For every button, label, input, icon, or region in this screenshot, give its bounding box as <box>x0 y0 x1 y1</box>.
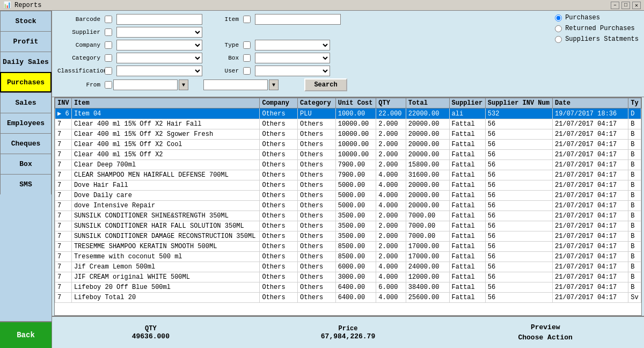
category-select[interactable] <box>116 53 202 63</box>
cell-date: 21/07/2017 04:17 <box>553 221 628 231</box>
sidebar-item-purchases[interactable]: Purchases <box>0 72 52 92</box>
table-row[interactable]: 7Clear 400 ml 15% Off X2 Hair FallOthers… <box>55 119 641 129</box>
back-button[interactable]: Back <box>0 321 52 348</box>
cell-qty: 2.000 <box>376 242 406 252</box>
cell-qty: 2.000 <box>376 140 406 150</box>
table-row[interactable]: 7SUNSILK CONDITIONER HAIR FALL SOLUTION … <box>55 221 641 231</box>
cell-total: 15800.00 <box>406 160 449 170</box>
cell-unitcost: 10000.00 <box>335 119 376 129</box>
table-row[interactable]: 7Lifeboy Total 20OthersOthers6400.004.00… <box>55 293 641 303</box>
table-row[interactable]: 7TRESEMME SHAMPOO KERATIN SMOOTH 500MLOt… <box>55 242 641 252</box>
barcode-checkbox[interactable] <box>105 16 112 23</box>
table-row[interactable]: 7SUNSILK CONDITIONER DAMAGE RECONSTRUCTI… <box>55 231 641 242</box>
barcode-input[interactable] <box>116 14 202 25</box>
cell-supinv: 56 <box>485 231 552 242</box>
cell-supinv: 56 <box>485 293 552 303</box>
footer-qty-section: QTY 49636.000 <box>52 325 250 340</box>
table-row[interactable]: 7Clear 400 ml 15% Off X2 Sgower FreshOth… <box>55 129 641 140</box>
cell-item: CLEAR SHAMPOO MEN HAIRFALL DEFENSE 700ML <box>71 170 260 180</box>
company-checkbox[interactable] <box>105 41 112 49</box>
table-row[interactable]: 7CLEAR SHAMPOO MEN HAIRFALL DEFENSE 700M… <box>55 170 641 180</box>
classification-select[interactable] <box>116 66 202 76</box>
cell-company: Others <box>260 221 298 231</box>
sidebar-item-stock[interactable]: Stock <box>0 11 52 31</box>
barcode-label: Barcode <box>57 16 100 23</box>
minimize-button[interactable]: – <box>611 2 619 9</box>
cell-unitcost: 3500.00 <box>335 231 376 242</box>
supplier-select[interactable] <box>116 27 202 38</box>
cell-total: 24000.00 <box>406 262 449 272</box>
sidebar-item-employees[interactable]: Employees <box>0 113 52 133</box>
to-date-cal-button[interactable]: ▼ <box>269 79 279 90</box>
cell-supplier: Fattal <box>449 282 485 293</box>
table-row[interactable]: 7Tresemme with coconut 500 mlOthersOther… <box>55 252 641 262</box>
table-row[interactable]: ▶ 6Item 04OthersPLU1000.0022.00022000.00… <box>55 108 641 119</box>
from-date-checkbox[interactable] <box>105 81 112 89</box>
category-checkbox[interactable] <box>105 54 112 62</box>
sidebar-item-cheques[interactable]: Cheques <box>0 133 52 154</box>
sidebar-item-sales[interactable]: Sales <box>0 92 52 113</box>
cell-inv: 7 <box>55 119 72 129</box>
cell-supplier: Fattal <box>449 252 485 262</box>
from-date-cal-button[interactable]: ▼ <box>179 79 188 90</box>
user-checkbox[interactable] <box>243 67 251 75</box>
cell-date: 21/07/2017 04:17 <box>553 231 628 242</box>
from-date-input[interactable]: 2017-09-23 <box>113 79 178 90</box>
choose-action-button[interactable]: Choose Action <box>518 334 572 342</box>
radio-purchases-label: Purchases <box>565 14 600 21</box>
to-date-input[interactable]: 2017-09-24 <box>203 79 268 90</box>
cell-unitcost: 6400.00 <box>335 293 376 303</box>
cell-supinv: 56 <box>485 221 552 231</box>
cell-item: Item 04 <box>71 108 260 119</box>
cell-inv: 7 <box>55 201 72 211</box>
radio-purchases-input[interactable] <box>555 15 562 21</box>
table-row[interactable]: 7Dove Hair FallOthersOthers5000.004.0002… <box>55 180 641 191</box>
cell-category: Others <box>298 211 336 221</box>
table-row[interactable]: 7Dove Daily careOthersOthers5000.004.000… <box>55 191 641 201</box>
table-row[interactable]: 7Clear Deep 700mlOthersOthers7900.002.00… <box>55 160 641 170</box>
table-body: ▶ 6Item 04OthersPLU1000.0022.00022000.00… <box>55 108 641 303</box>
table-row[interactable]: 7JIF CREAM original WHITE 500MLOthersOth… <box>55 272 641 282</box>
classification-checkbox[interactable] <box>105 67 112 75</box>
table-row[interactable]: 7Lifeboy 20 Off Blue 500mlOthersOthers64… <box>55 282 641 293</box>
table-row[interactable]: 7Jif Cream Lemon 500mlOthersOthers6000.0… <box>55 262 641 272</box>
cell-company: Others <box>260 242 298 252</box>
box-checkbox[interactable] <box>243 54 251 62</box>
item-checkbox[interactable] <box>243 16 251 23</box>
cell-company: Others <box>260 282 298 293</box>
sidebar-item-daily-sales[interactable]: Daily Sales <box>0 52 52 72</box>
table-row[interactable]: 7dove Intensive RepairOthersOthers5000.0… <box>55 201 641 211</box>
sidebar-item-sms[interactable]: SMS <box>0 174 52 194</box>
supplier-checkbox[interactable] <box>105 28 112 36</box>
company-select[interactable] <box>116 40 202 50</box>
search-button[interactable]: Search <box>304 78 347 91</box>
radio-suppliers-input[interactable] <box>555 36 562 43</box>
cell-item: TRESEMME SHAMPOO KERATIN SMOOTH 500ML <box>71 242 260 252</box>
filter-left: Barcode Item Supplier <box>57 14 544 78</box>
type-select[interactable] <box>255 40 330 50</box>
box-select[interactable] <box>255 53 330 63</box>
table-container[interactable]: INV Item Company Category Unit Cost QTY … <box>54 97 642 316</box>
type-checkbox[interactable] <box>243 41 251 49</box>
user-select[interactable] <box>255 66 330 76</box>
radio-returned-input[interactable] <box>555 25 562 32</box>
cell-category: PLU <box>298 108 336 119</box>
table-row[interactable]: 7Clear 400 ml 15% Off X2OthersOthers1000… <box>55 150 641 160</box>
sidebar-item-box[interactable]: Box <box>0 154 52 174</box>
radio-purchases[interactable]: Purchases <box>555 14 639 21</box>
cell-company: Others <box>260 108 298 119</box>
close-button[interactable]: ✕ <box>632 2 641 9</box>
table-row[interactable]: 7Clear 400 ml 15% Off X2 CoolOthersOther… <box>55 140 641 150</box>
item-input[interactable] <box>255 14 341 25</box>
preview-button[interactable]: Preview <box>531 323 560 331</box>
table-row[interactable]: 7SUNSILK CONDITIONER SHINE&STRENGTH 350M… <box>55 211 641 221</box>
sidebar-item-profit[interactable]: Profit <box>0 31 52 52</box>
maximize-button[interactable]: □ <box>621 2 630 9</box>
radio-suppliers[interactable]: Suppliers Statments <box>555 35 639 43</box>
cell-inv: ▶ 6 <box>55 108 72 119</box>
cell-item: Dove Daily care <box>71 191 260 201</box>
radio-returned[interactable]: Returned Purchases <box>555 25 639 32</box>
cell-category: Others <box>298 191 336 201</box>
cell-ty: B <box>628 201 641 211</box>
cell-inv: 7 <box>55 129 72 140</box>
